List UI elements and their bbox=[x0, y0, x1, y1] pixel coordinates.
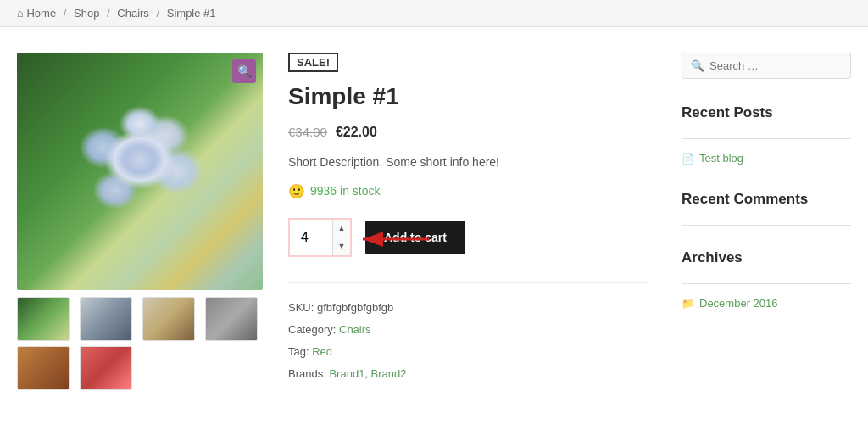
recent-comments-divider bbox=[682, 225, 851, 226]
product-title: Simple #1 bbox=[288, 82, 648, 111]
test-blog-link[interactable]: 📄 Test blog bbox=[682, 149, 851, 167]
brands-label: Brands: bbox=[288, 367, 326, 380]
archives-section: Archives 📁 December 2016 bbox=[682, 249, 851, 312]
quantity-input[interactable] bbox=[290, 220, 332, 255]
price-area: €34.00 €22.00 bbox=[288, 125, 648, 140]
product-image-wrapper: 🔍 bbox=[17, 53, 263, 290]
tag-link[interactable]: Red bbox=[312, 345, 332, 358]
doc-icon: 📄 bbox=[682, 153, 694, 165]
brand1-link[interactable]: Brand1 bbox=[329, 367, 364, 380]
recent-posts-divider bbox=[682, 138, 851, 139]
sku-value: gfbfgbfgbfgbfgb bbox=[317, 301, 393, 314]
quantity-cart-row: ▲ ▼ Add to cart bbox=[288, 218, 648, 257]
breadcrumb-chairs[interactable]: Chairs bbox=[117, 7, 149, 20]
archives-divider bbox=[682, 283, 851, 284]
breadcrumb: ⌂ Home / Shop / Chairs / Simple #1 bbox=[0, 0, 868, 27]
stock-smile-icon: 🙂 bbox=[288, 183, 305, 199]
price-original: €34.00 bbox=[288, 125, 327, 139]
thumbnail-5[interactable] bbox=[17, 346, 70, 390]
tag-label: Tag: bbox=[288, 345, 309, 358]
red-arrow-annotation bbox=[354, 222, 431, 256]
product-area: 🔍 SALE! Simple #1 €34.00 €22.00 bbox=[17, 53, 648, 390]
quantity-wrapper: ▲ ▼ bbox=[288, 218, 352, 257]
quantity-up-button[interactable]: ▲ bbox=[333, 220, 350, 237]
thumbnail-4[interactable] bbox=[205, 297, 258, 341]
recent-comments-title: Recent Comments bbox=[682, 191, 851, 215]
thumbnail-2[interactable] bbox=[80, 297, 132, 341]
stock-info: 🙂 9936 in stock bbox=[288, 183, 648, 199]
thumbnail-3[interactable] bbox=[142, 297, 195, 341]
stock-count: 9936 in stock bbox=[310, 184, 381, 198]
breadcrumb-home[interactable]: Home bbox=[26, 7, 56, 20]
sku-row: SKU: gfbfgbfgbfgbfgb bbox=[288, 297, 648, 319]
recent-posts-title: Recent Posts bbox=[682, 104, 851, 128]
home-icon: ⌂ bbox=[17, 7, 24, 20]
main-wrapper: 🔍 SALE! Simple #1 €34.00 €22.00 bbox=[0, 27, 868, 416]
product-info: SALE! Simple #1 €34.00 €22.00 Short Desc… bbox=[288, 53, 648, 390]
recent-posts-section: Recent Posts 📄 Test blog bbox=[682, 104, 851, 167]
search-icon: 🔍 bbox=[691, 59, 704, 72]
product-description: Short Description. Some short info here! bbox=[288, 154, 648, 171]
breadcrumb-shop[interactable]: Shop bbox=[74, 7, 99, 20]
archives-title: Archives bbox=[682, 249, 851, 273]
test-blog-label: Test blog bbox=[699, 152, 743, 165]
flower-overlay bbox=[17, 53, 263, 290]
thumbnail-1[interactable] bbox=[17, 297, 70, 341]
recent-comments-section: Recent Comments bbox=[682, 191, 851, 226]
sale-badge: SALE! bbox=[288, 53, 338, 72]
image-column: 🔍 bbox=[17, 53, 263, 390]
breadcrumb-current: Simple #1 bbox=[167, 7, 216, 20]
tag-row: Tag: Red bbox=[288, 341, 648, 363]
thumbnail-row-1 bbox=[17, 297, 263, 341]
category-label: Category: bbox=[288, 323, 336, 336]
category-row: Category: Chairs bbox=[288, 319, 648, 341]
search-input[interactable] bbox=[709, 59, 842, 72]
category-link[interactable]: Chairs bbox=[339, 323, 371, 336]
sku-label: SKU: bbox=[288, 301, 314, 314]
thumbnail-row-2 bbox=[17, 346, 263, 390]
brand2-link[interactable]: Brand2 bbox=[371, 367, 407, 380]
search-box[interactable]: 🔍 bbox=[682, 53, 851, 79]
product-meta: SKU: gfbfgbfgbfgbfgb Category: Chairs Ta… bbox=[288, 282, 648, 385]
quantity-spinners: ▲ ▼ bbox=[332, 220, 350, 255]
december-2016-label: December 2016 bbox=[699, 297, 778, 310]
brands-row: Brands: Brand1, Brand2 bbox=[288, 363, 648, 385]
sidebar: 🔍 Recent Posts 📄 Test blog Recent Commen… bbox=[682, 53, 851, 390]
december-2016-link[interactable]: 📁 December 2016 bbox=[682, 294, 851, 312]
folder-icon: 📁 bbox=[682, 298, 694, 310]
quantity-down-button[interactable]: ▼ bbox=[333, 237, 350, 255]
price-sale: €22.00 bbox=[336, 125, 377, 140]
zoom-icon[interactable]: 🔍 bbox=[232, 59, 256, 83]
thumbnail-6[interactable] bbox=[80, 346, 132, 390]
product-main-image bbox=[17, 53, 263, 290]
